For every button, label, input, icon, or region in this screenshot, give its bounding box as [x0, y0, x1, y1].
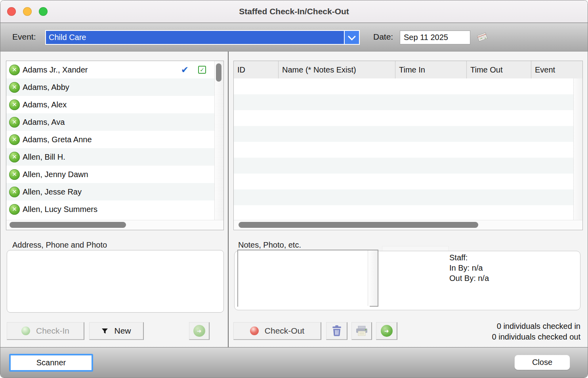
zoom-window-icon[interactable] [39, 7, 48, 16]
list-item[interactable]: Adams, Greta Anne [6, 131, 215, 148]
staff-info: Staff: In By: n/a Out By: n/a [449, 252, 489, 283]
person-name: Allen, Jenny Dawn [23, 170, 88, 179]
traffic-lights [7, 7, 48, 16]
out-by-value: Out By: n/a [449, 273, 489, 283]
person-name: Allen, Bill H. [23, 153, 65, 162]
checked-out-count: 0 individuals checked out [492, 332, 580, 342]
list-horizontal-scrollbar [6, 220, 223, 230]
checked-in-count: 0 individuals checked in [492, 321, 580, 332]
list-vertical-scrollbar [214, 61, 223, 220]
table-horizontal-scrollbar [234, 220, 582, 230]
filter-funnel-icon [101, 328, 108, 334]
new-label: New [114, 326, 131, 336]
check-in-button[interactable]: Check-In [7, 322, 84, 340]
title-bar: Staffed Check-In/Check-Out [0, 0, 588, 23]
list-item[interactable]: Allen, Jenny Dawn [6, 166, 215, 183]
column-header-event[interactable]: Event [531, 61, 582, 78]
remove-circle-icon [9, 169, 20, 180]
list-horizontal-scroll-thumb[interactable] [10, 222, 126, 228]
person-name: Allen, Jesse Ray [23, 187, 82, 197]
transfer-left-button[interactable] [189, 322, 210, 340]
person-name: Adams, Abby [23, 83, 69, 92]
roster-listbox: Adams Jr., Xander Adams, Abby [6, 61, 224, 230]
list-item[interactable]: Allen, Jesse Ray [6, 183, 215, 200]
person-name: Adams Jr., Xander [23, 65, 88, 74]
printer-icon [356, 326, 368, 336]
notes-textarea[interactable] [238, 250, 370, 307]
scanner-button[interactable]: Scanner [9, 354, 93, 372]
event-combobox-value[interactable]: Child Care [46, 31, 344, 44]
check-in-sphere-icon [21, 326, 30, 335]
list-item[interactable]: Allen, Bill H. [6, 148, 215, 166]
person-name: Adams, Ava [23, 118, 65, 127]
remove-circle-icon [9, 65, 20, 75]
table-horizontal-scroll-thumb[interactable] [239, 222, 478, 228]
green-arrow-icon [381, 325, 393, 337]
close-window-icon[interactable] [7, 7, 16, 16]
date-field[interactable] [400, 31, 470, 44]
chevron-down-icon [348, 32, 356, 40]
staffed-checkin-window: Staffed Check-In/Check-Out Event: Child … [0, 0, 588, 378]
person-name: Adams, Greta Anne [23, 135, 92, 144]
remove-circle-icon [9, 204, 20, 215]
check-in-label: Check-In [36, 326, 69, 336]
date-label: Date: [373, 32, 393, 42]
list-item[interactable]: Adams, Ava [6, 113, 215, 131]
print-button[interactable] [351, 322, 372, 340]
column-header-name[interactable]: Name (* Notes Exist) [278, 61, 395, 78]
selected-check-icon [181, 65, 189, 75]
list-vertical-scroll-thumb[interactable] [216, 63, 221, 82]
window-title: Staffed Check-In/Check-Out [239, 7, 349, 16]
list-item[interactable]: Allen, Lucy Summers [6, 200, 215, 218]
address-photo-box [7, 250, 224, 313]
calendar-icon [475, 31, 489, 43]
remove-circle-icon [9, 117, 20, 128]
new-button[interactable]: New [89, 322, 144, 340]
green-arrow-icon [193, 325, 205, 337]
minimize-window-icon[interactable] [23, 7, 32, 16]
remove-circle-icon [9, 187, 20, 197]
checked-counts: 0 individuals checked in 0 individuals c… [492, 321, 580, 342]
remove-circle-icon [9, 99, 20, 110]
attendance-table: ID Name (* Notes Exist) Time In Time Out… [233, 61, 583, 230]
delete-button[interactable] [326, 322, 347, 340]
event-toolbar: Event: Child Care Date: [0, 23, 588, 52]
notes-textarea-frame [237, 250, 378, 307]
table-body-empty [234, 78, 574, 220]
remove-circle-icon [9, 134, 20, 145]
person-name: Adams, Alex [23, 100, 67, 109]
trash-icon [332, 325, 342, 336]
panel-divider [228, 52, 229, 348]
footer-bar: Scanner Close [0, 347, 588, 378]
notes-scrollbar [368, 250, 378, 306]
table-vertical-scrollbar [573, 78, 582, 220]
transfer-right-button[interactable] [376, 322, 397, 340]
check-out-sphere-icon [250, 326, 259, 335]
person-name: Allen, Lucy Summers [23, 205, 97, 214]
address-section-label: Address, Phone and Photo [12, 241, 107, 250]
column-header-time-out[interactable]: Time Out [466, 61, 531, 78]
check-out-label: Check-Out [265, 326, 304, 336]
remove-circle-icon [9, 82, 20, 93]
check-out-button[interactable]: Check-Out [233, 322, 321, 340]
event-combobox: Child Care [45, 30, 360, 45]
notes-section-label: Notes, Photo, etc. [238, 241, 301, 250]
column-header-time-in[interactable]: Time In [395, 61, 466, 78]
staff-label: Staff: [449, 252, 489, 263]
event-dropdown-button[interactable] [345, 31, 359, 44]
date-picker-button[interactable] [474, 31, 490, 44]
event-label: Event: [12, 32, 36, 42]
main-area: Adams Jr., Xander Adams, Abby [0, 52, 588, 348]
column-header-id[interactable]: ID [234, 61, 278, 78]
table-header: ID Name (* Notes Exist) Time In Time Out… [234, 61, 582, 79]
attendance-checkbox-icon [198, 66, 206, 74]
close-button[interactable]: Close [514, 355, 570, 370]
list-item[interactable]: Adams Jr., Xander [6, 61, 215, 78]
in-by-value: In By: n/a [449, 263, 489, 273]
remove-circle-icon [9, 152, 20, 162]
people-list: Adams Jr., Xander Adams, Abby [6, 61, 215, 220]
list-item[interactable]: Adams, Alex [6, 96, 215, 113]
list-item[interactable]: Adams, Abby [6, 78, 215, 96]
